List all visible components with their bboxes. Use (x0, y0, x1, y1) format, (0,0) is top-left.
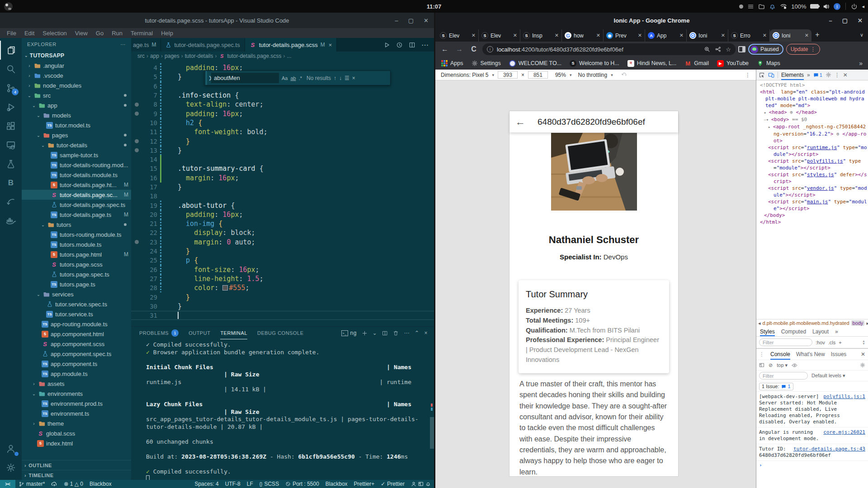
activity-curve-icon[interactable] (0, 192, 22, 211)
crumb-html[interactable]: d.plt-mobile.plt-mobileweb.md.hydrated (763, 320, 849, 326)
dom-node[interactable]: </html> (758, 219, 867, 225)
new-tab-icon[interactable]: + (811, 29, 823, 41)
console-settings-icon[interactable] (860, 362, 865, 368)
file-tree-item[interactable]: ⌄tutors (22, 220, 131, 230)
devtools-settings-icon[interactable] (826, 72, 831, 78)
activity-files-icon[interactable] (0, 41, 22, 60)
dom-node[interactable]: <script src="polyfills.js" type="module"… (758, 158, 867, 171)
reload-icon[interactable]: C (468, 43, 480, 55)
address-bar[interactable]: i localhost:4200/tutor/6480d37d62820fd9e… (482, 43, 736, 55)
rotate-icon[interactable] (621, 72, 627, 78)
file-tree-item[interactable]: ›assets (22, 379, 131, 389)
dom-node[interactable]: ⋯▾ <body> == $0 (758, 116, 867, 123)
chrome-titlebar[interactable]: Ionic App - Google Chrome –▢✕ (435, 13, 868, 28)
forward-icon[interactable]: → (453, 43, 465, 55)
close-tab-icon[interactable]: ✕ (721, 33, 725, 38)
breadcrumb-...[interactable]: ... (287, 53, 292, 59)
breadcrumb[interactable]: src›app›pages›tutor-details›Stutor-detai… (131, 52, 434, 61)
file-tree-item[interactable]: ⌄app (22, 100, 131, 110)
activity-docker-icon[interactable] (0, 211, 22, 230)
menu-help[interactable]: Help (158, 30, 176, 37)
find-input[interactable]: aboutMen (211, 73, 279, 83)
system-tray[interactable]: 100%ᛒ◂ (739, 0, 864, 13)
close-tab-icon[interactable]: ✕ (805, 33, 809, 38)
activity-scm-icon[interactable]: 4 (0, 79, 22, 98)
devtools-close-icon[interactable]: ✕ (843, 72, 848, 78)
file-tree-item[interactable]: TSenvironment.prod.ts (22, 399, 131, 408)
bookmark-hindi-news-l-[interactable]: नHindi News, L... (627, 60, 677, 67)
file-tree-item[interactable]: TSapp.module.ts (22, 369, 131, 379)
menu-icon[interactable] (747, 3, 754, 10)
menu-terminal[interactable]: Terminal (127, 30, 156, 37)
find-next-icon[interactable]: ↓ (339, 75, 342, 81)
collapse-icon[interactable]: ◂ (862, 4, 864, 9)
settings-gear-icon[interactable] (0, 458, 22, 477)
regex-icon[interactable]: .* (299, 75, 302, 81)
breadcrumb-src[interactable]: src (137, 53, 145, 59)
bookmark-star-icon[interactable]: ☆ (726, 46, 731, 53)
device-height-input[interactable]: 851 (528, 71, 548, 79)
tab-search-icon[interactable]: ∨ (860, 32, 863, 38)
status--1-0[interactable]: ⊗ 1 △ 0 (61, 481, 86, 487)
crumb-body[interactable]: body (851, 320, 865, 326)
activity-monitor-icon[interactable] (0, 136, 22, 155)
styles-tab-layout[interactable]: Layout (812, 328, 829, 335)
dom-node[interactable]: ▸ <head> ⊕ </head> (758, 109, 867, 116)
speaker-icon[interactable] (823, 3, 830, 10)
menu-edit[interactable]: Edit (21, 30, 38, 37)
browser-tab-app[interactable]: AApp✕ (645, 29, 687, 42)
file-tree-item[interactable]: TStutors.page.ts (22, 279, 131, 289)
menu-selection[interactable]: Selection (39, 30, 70, 37)
terminal-dropdown-icon[interactable]: ⌄ (373, 330, 377, 336)
source-link[interactable]: core.mjs:26021 (823, 429, 865, 436)
status-prettier-[interactable]: Prettier+ (351, 481, 378, 487)
close-tab-icon[interactable]: ✕ (596, 33, 600, 38)
bookmarks-overflow-icon[interactable]: » (859, 60, 863, 67)
breadcrumb-app[interactable]: app (150, 53, 159, 59)
split-editor-icon[interactable] (409, 42, 415, 48)
file-tree-item[interactable]: Sglobal.scss (22, 428, 131, 438)
browser-tab-ioni[interactable]: Ioni✕ (687, 29, 728, 42)
panel-more-icon[interactable]: ⋯ (404, 330, 410, 336)
bookmark-settings[interactable]: Settings (472, 60, 501, 66)
close-drawer-icon[interactable]: ✕ (861, 351, 865, 357)
panel-tab-output[interactable]: OUTPUT (189, 327, 210, 339)
console-badge[interactable]: 1 (813, 72, 822, 78)
file-tree-item[interactable]: ⌄tutor-details (22, 140, 131, 150)
site-info-icon[interactable]: i (487, 46, 493, 52)
back-button[interactable]: ← (509, 116, 531, 128)
timeline-icon[interactable] (396, 42, 403, 48)
activity-ext-icon[interactable] (0, 117, 22, 136)
file-tree-item[interactable]: 5app.component.html (22, 329, 131, 339)
file-tree-item[interactable]: 5tutors.page.htmlM (22, 249, 131, 259)
zoom-icon[interactable] (704, 46, 710, 52)
side-panel-icon[interactable] (738, 46, 745, 52)
panel-tab-problems[interactable]: PROBLEMS1 (139, 327, 179, 339)
file-tree-item[interactable]: ⌄services (22, 289, 131, 299)
device-throttle[interactable]: No throttling (578, 72, 607, 78)
devtools-more-tabs[interactable]: » (807, 72, 810, 78)
remote-indicator[interactable]: >< (0, 480, 15, 488)
dom-node[interactable]: <html lang="en" class="plt-android plt-m… (758, 89, 867, 109)
styles-more-tabs[interactable]: » (835, 328, 838, 335)
explorer-more-icon[interactable]: ⋯ (120, 42, 126, 47)
file-tree-item[interactable]: ›node_modules (22, 80, 131, 90)
inspect-icon[interactable] (759, 72, 765, 78)
dom-node[interactable]: <!DOCTYPE html> (758, 82, 867, 89)
file-tree-item[interactable]: ›theme (22, 418, 131, 428)
devtools-menu-icon[interactable]: ⋮ (835, 72, 840, 78)
activity-bletter-icon[interactable]: B (0, 174, 22, 192)
dom-node[interactable]: <script src="main.js" type="module"></sc… (758, 198, 867, 212)
style-opt-[interactable]: + (839, 340, 841, 345)
status-utf-8[interactable]: UTF-8 (222, 481, 244, 487)
bookmark-apps[interactable]: Apps (441, 60, 463, 67)
code-editor[interactable]: 4567891011121314151617181920212223242526… (131, 61, 434, 326)
status-scss[interactable]: {}SCSS (256, 481, 282, 487)
file-tree-item[interactable]: TSsample-tutor.ts (22, 150, 131, 160)
match-case-icon[interactable]: Aa (282, 75, 288, 81)
power-icon[interactable] (851, 3, 858, 10)
find-prev-icon[interactable]: ↑ (334, 75, 336, 81)
status-blackbox[interactable]: Blackbox (86, 481, 115, 487)
back-icon[interactable]: ← (439, 43, 451, 55)
file-tree-item[interactable]: Stutor-details.page.sc...M (22, 190, 131, 200)
